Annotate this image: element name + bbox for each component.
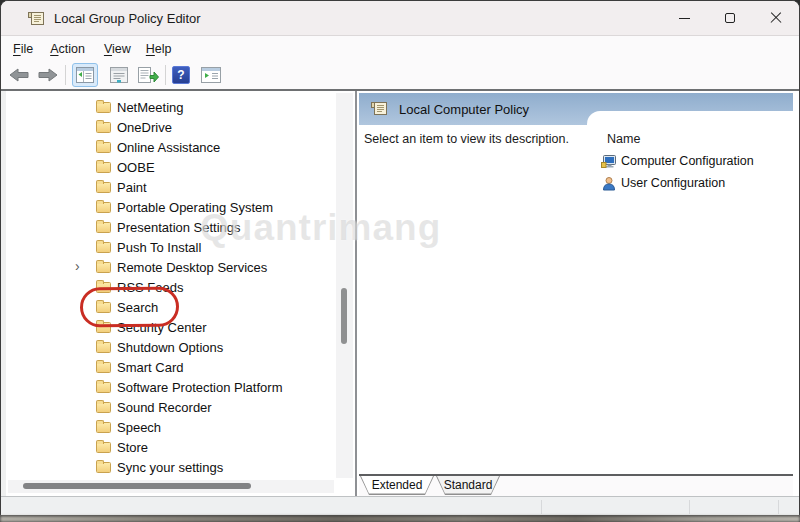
folder-icon [96, 382, 111, 393]
tree-item-smart-card[interactable]: Smart Card [6, 357, 333, 377]
console-tree-pane: NetMeeting OneDrive Online Assistance OO… [1, 91, 357, 496]
tab-standard[interactable]: Standard [436, 476, 500, 495]
list-item-user-configuration[interactable]: User Configuration [601, 173, 725, 193]
menu-help[interactable]: Help [146, 42, 172, 56]
tree-item-portable-operating-system[interactable]: Portable Operating System [6, 197, 333, 217]
folder-icon [96, 342, 111, 353]
menu-file[interactable]: File [13, 42, 33, 56]
folder-icon [96, 102, 111, 113]
statusbar-separator [778, 500, 779, 514]
window-title: Local Group Policy Editor [54, 11, 201, 26]
view-tab-strip: Extended Standard [359, 474, 793, 496]
toolbar-separator [65, 65, 66, 85]
maximize-icon [725, 13, 735, 23]
help-icon: ? [177, 68, 184, 82]
list-item-computer-configuration[interactable]: Computer Configuration [601, 151, 754, 171]
details-header-title: Local Computer Policy [399, 102, 529, 117]
tree-item-remote-desktop-services[interactable]: ›Remote Desktop Services [6, 257, 333, 277]
back-button[interactable] [8, 68, 30, 82]
export-list-button[interactable] [138, 67, 159, 83]
gpedit-scroll-icon [28, 11, 45, 26]
tree-item-online-assistance[interactable]: Online Assistance [6, 137, 333, 157]
name-column-header[interactable]: Name [607, 132, 640, 146]
tree-item-oobe[interactable]: OOBE [6, 157, 333, 177]
menu-action[interactable]: Action [50, 42, 85, 56]
tree-item-software-protection-platform[interactable]: Software Protection Platform [6, 377, 333, 397]
user-configuration-icon [601, 176, 617, 191]
minimize-icon [679, 18, 690, 19]
toolbar-separator [165, 65, 166, 85]
folder-icon [96, 182, 111, 193]
tree-item-netmeeting[interactable]: NetMeeting [6, 97, 333, 117]
folder-icon [96, 262, 111, 273]
maximize-button[interactable] [707, 1, 753, 35]
menubar: File Action View Help [1, 37, 799, 60]
folder-icon [96, 422, 111, 433]
window-controls [661, 1, 799, 35]
details-panel-notch [587, 111, 793, 125]
menu-view[interactable]: View [104, 42, 131, 56]
statusbar [1, 496, 799, 516]
forward-icon [37, 68, 59, 82]
policy-scroll-icon [371, 101, 388, 116]
expand-chevron-icon[interactable]: › [75, 258, 80, 274]
show-action-pane-icon [201, 67, 221, 83]
folder-icon [96, 222, 111, 233]
horizontal-scrollbar-thumb[interactable] [23, 483, 251, 489]
background-blur-strip [0, 516, 800, 522]
show-console-tree-button[interactable] [72, 63, 98, 87]
close-icon [770, 12, 782, 24]
folder-icon [96, 142, 111, 153]
folder-icon [96, 442, 111, 453]
forward-button[interactable] [37, 68, 59, 82]
folder-icon [96, 162, 111, 173]
folder-icon [96, 362, 111, 373]
tree-item-presentation-settings[interactable]: Presentation Settings [6, 217, 333, 237]
vertical-scrollbar-thumb[interactable] [341, 288, 347, 344]
tree-item-paint[interactable]: Paint [6, 177, 333, 197]
tree-item-store[interactable]: Store [6, 437, 333, 457]
show-console-tree-icon [76, 67, 94, 83]
minimize-button[interactable] [661, 1, 707, 35]
folder-icon [96, 462, 111, 473]
export-list-icon [138, 67, 159, 83]
properties-icon [110, 67, 128, 83]
tree-horizontal-scrollbar[interactable] [8, 480, 334, 493]
computer-configuration-icon [601, 154, 617, 169]
tree-item-speech[interactable]: Speech [6, 417, 333, 437]
statusbar-separator [689, 500, 690, 514]
details-description: Select an item to view its description. [364, 132, 569, 146]
tree-item-onedrive[interactable]: OneDrive [6, 117, 333, 137]
show-action-pane-button[interactable] [201, 67, 221, 83]
folder-icon [96, 242, 111, 253]
tree-item-sound-recorder[interactable]: Sound Recorder [6, 397, 333, 417]
toolbar: ? [1, 60, 799, 89]
help-button[interactable]: ? [172, 66, 190, 84]
local-group-policy-editor-window: Local Group Policy Editor File Action Vi… [0, 0, 800, 516]
tree-item-sync-your-settings[interactable]: Sync your settings [6, 457, 333, 477]
titlebar: Local Group Policy Editor [1, 1, 799, 36]
folder-icon [96, 122, 111, 133]
tree-item-shutdown-options[interactable]: Shutdown Options [6, 337, 333, 357]
tree-vertical-scrollbar[interactable] [336, 93, 353, 478]
tree-item-push-to-install[interactable]: Push To Install [6, 237, 333, 257]
close-button[interactable] [753, 1, 799, 35]
annotation-ellipse [80, 287, 179, 328]
folder-icon [96, 402, 111, 413]
folder-icon [96, 202, 111, 213]
details-pane: Local Computer Policy Select an item to … [359, 91, 793, 496]
tab-extended[interactable]: Extended [360, 476, 434, 495]
back-icon [8, 68, 30, 82]
properties-button[interactable] [110, 67, 128, 83]
statusbar-separator [541, 500, 542, 514]
